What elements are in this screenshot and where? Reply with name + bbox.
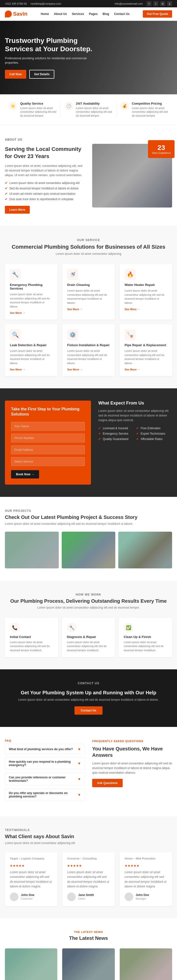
faq-question-4[interactable]: Do you offer any specials or discounts o… — [5, 788, 85, 801]
hero-call-button[interactable]: Call Now — [5, 70, 26, 79]
process-section: How We Work Our Plumbing Process, Delive… — [0, 581, 177, 670]
book-now-button[interactable]: Book Now → — [11, 470, 39, 479]
service-emergency-desc: Lorem ipsum dolor sit amet consectetur a… — [10, 292, 52, 309]
top-phone: +012 345 6789 00 — [5, 2, 27, 5]
service-drain-title: Drain Cleaning — [67, 283, 109, 286]
news-card-3[interactable]: JAN 20 - 2024 Affordable Emergency Plumb… — [120, 948, 172, 980]
company-logo-2: Converse – Consulting — [67, 857, 109, 862]
brand-name: Savin — [13, 11, 27, 17]
service-pipe-link[interactable]: See More → — [125, 368, 140, 371]
testimonials-title: What Client says About Savin — [5, 834, 172, 839]
nav-blog[interactable]: Blog — [103, 12, 109, 16]
nav-links: Home About Us Services Pages Blog Contac… — [41, 12, 130, 16]
name-input[interactable] — [11, 422, 85, 431]
top-email: needhelp@company.com — [31, 2, 61, 5]
fixture-icon: ⚙️ — [67, 329, 78, 340]
process-title: Our Plumbing Process, Delivering Outstan… — [5, 598, 172, 604]
about-cta-button[interactable]: Learn More — [5, 206, 30, 214]
projects-header: Our Projects Check Out Our Latest Plumbi… — [5, 509, 172, 525]
hero-content: Trustworthy Plumbing Services at Your Do… — [5, 37, 98, 78]
services-label: Our Service — [5, 239, 172, 242]
nav-cta-button[interactable]: Get Free Quote — [143, 10, 172, 18]
check-icon-2: ✔ — [5, 187, 7, 190]
youtube-icon[interactable]: y — [167, 1, 172, 6]
brand-logo[interactable]: Savin — [5, 11, 27, 18]
phone-input[interactable] — [11, 434, 85, 442]
services-title: Commercial Plumbing Solutions for Busine… — [5, 244, 172, 250]
get-help-button[interactable]: Contact Us — [74, 706, 102, 715]
project-card-2[interactable] — [62, 531, 116, 568]
testimonial-card-3: Vision – Web Promotion ★★★★★ Lorem ipsum… — [120, 852, 172, 906]
service-leak-link[interactable]: See More → — [10, 368, 25, 371]
feature-quality-title: Quality Service — [20, 102, 57, 105]
nav-pages[interactable]: Pages — [89, 12, 98, 16]
service-pipe-desc: Lorem ipsum dolor sit amet consectetur a… — [125, 349, 167, 365]
news-card-2[interactable]: JAN 20 - 2024 Discover How to Choose a Q… — [62, 948, 114, 980]
check-icon-f2: ✔ — [136, 426, 138, 430]
cta-feature-4: ✔ Expert Technicians — [136, 432, 172, 435]
service-emergency-title: Emergency Plumbing Services — [10, 283, 52, 290]
author-name-3: John Doe — [136, 893, 149, 897]
services-grid: 🔧 Emergency Plumbing Services Lorem ipsu… — [5, 264, 172, 376]
feature-quality-desc: Lorem ipsum dolor sit amet consectetur a… — [20, 106, 57, 118]
step-2-desc: Lorem ipsum dolor sit amet consectetur a… — [67, 640, 110, 652]
testimonial-author-1: John Doe Customer — [10, 892, 52, 901]
avatar-3 — [125, 892, 133, 901]
ask-questions-button[interactable]: Ask Questions — [92, 779, 123, 787]
nav-home[interactable]: Home — [41, 12, 49, 16]
email-input[interactable] — [11, 445, 85, 454]
stars-1: ★★★★★ — [10, 864, 52, 867]
faq-question-3[interactable]: Can you provide references or customer t… — [5, 773, 85, 786]
hero-details-button[interactable]: Get Details — [29, 70, 55, 79]
news-img-2 — [62, 948, 114, 980]
cta-info-desc: Lorem ipsum dolor sit amet consectetur a… — [98, 409, 172, 423]
news-card-1[interactable]: JAN 20 - 2024 Reliable Plumbers Explain … — [5, 948, 57, 980]
project-img-2 — [62, 531, 116, 568]
service-drain-link[interactable]: See More → — [67, 308, 83, 311]
leak-icon: 🔍 — [10, 329, 21, 340]
testimonials-desc: Lorem ipsum dolor sit amet consectetur a… — [5, 841, 172, 845]
project-img-3 — [118, 531, 172, 568]
check-item-1: ✔Lorem ipsum dolor sit amet consectetur … — [5, 181, 85, 185]
hero-section: Trustworthy Plumbing Services at Your Do… — [0, 21, 177, 94]
faq-left: FAQ What kind of plumbing services do yo… — [5, 739, 85, 804]
project-card-3[interactable] — [118, 531, 172, 568]
cta-feature-label-3: Emergency Service — [103, 432, 128, 435]
process-label: How We Work — [5, 593, 172, 596]
nav-about[interactable]: About Us — [54, 12, 67, 16]
service-fixture-link[interactable]: See More → — [67, 368, 83, 371]
project-img-1 — [5, 531, 59, 568]
nav-contact[interactable]: Contact Us — [114, 12, 130, 16]
instagram-icon[interactable]: in — [160, 1, 165, 6]
faq-question-2[interactable]: How quickly can you respond to a plumbin… — [5, 757, 85, 770]
about-label: About Us — [5, 137, 85, 142]
years-number: 23 — [152, 144, 171, 152]
check-icon-f6: ✔ — [136, 438, 138, 441]
feature-pricing: 💰 Competitive Pricing Lorem ipsum dolor … — [116, 102, 172, 118]
quality-icon: ⭐ — [9, 102, 17, 110]
process-step-2: 🔧 Diagnosis & Repair Lorem ipsum dolor s… — [62, 618, 115, 657]
check-item-4: ✔Duis aute irure dolor in reprehenderit … — [5, 197, 85, 201]
cta-feature-label-2: Free Estimates — [141, 426, 161, 430]
clock-icon: 🕐 — [64, 102, 73, 110]
top-bar: +012 345 6789 00 needhelp@company.com in… — [0, 0, 177, 7]
top-email2: info@yourwebmail.com — [115, 2, 143, 5]
testimonials-section: Testimonials What Client says About Savi… — [0, 816, 177, 918]
cta-feature-5: ✔ Quality Guaranteed — [98, 438, 134, 441]
diagnosis-icon: 🔧 — [67, 623, 77, 633]
faq-item-2: How quickly can you respond to a plumbin… — [5, 757, 85, 770]
twitter-icon[interactable]: t — [153, 1, 158, 6]
service-input[interactable] — [11, 457, 85, 466]
facebook-icon[interactable]: f — [146, 1, 151, 6]
nav-services[interactable]: Services — [72, 12, 84, 16]
service-emergency-link[interactable]: See More → — [10, 312, 25, 314]
news-grid: JAN 20 - 2024 Reliable Plumbers Explain … — [5, 948, 172, 980]
project-card-1[interactable] — [5, 531, 59, 568]
faq-question-1[interactable]: What kind of plumbing services do you of… — [5, 744, 85, 754]
news-img-3 — [120, 948, 172, 980]
author-info-2: Jane Smith Client — [78, 893, 94, 900]
service-heater-link[interactable]: See More → — [125, 308, 140, 311]
step-3-title: Clean Up & Finish — [124, 635, 167, 639]
about-image: 23 Years Experience — [92, 144, 172, 207]
author-role-3: Manager — [136, 897, 146, 900]
